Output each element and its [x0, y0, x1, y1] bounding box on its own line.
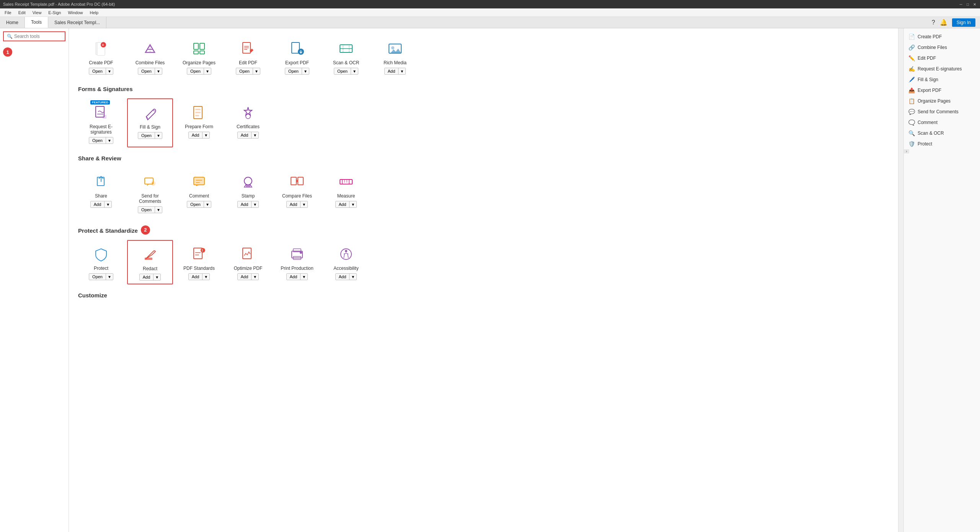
- sidebar-collapse-button[interactable]: ›: [904, 149, 909, 153]
- stamp-arrow[interactable]: ▼: [252, 201, 258, 207]
- pdf-standards-arrow[interactable]: ▼: [203, 274, 209, 280]
- sidebar-item-organize-pages[interactable]: 📋 Organize Pages: [904, 96, 980, 106]
- notifications-icon[interactable]: 🔔: [940, 19, 947, 26]
- tool-optimize-pdf[interactable]: Optimize PDF Add ▼: [225, 240, 271, 284]
- tool-accessibility[interactable]: Accessibility Add ▼: [323, 240, 369, 284]
- sidebar-item-scan-ocr[interactable]: 🔍 Scan & OCR: [904, 128, 980, 139]
- optimize-pdf-arrow[interactable]: ▼: [252, 274, 258, 280]
- fill-sign-icon: [141, 104, 159, 122]
- menu-file[interactable]: File: [2, 10, 15, 16]
- certificates-arrow[interactable]: ▼: [252, 132, 258, 138]
- tool-share[interactable]: Share Add ▼: [78, 168, 124, 217]
- search-input[interactable]: [14, 34, 62, 39]
- share-add[interactable]: Add: [91, 201, 105, 207]
- compare-files-add[interactable]: Add: [287, 201, 301, 207]
- tool-pdf-standards[interactable]: ! PDF Standards Add ▼: [176, 240, 222, 284]
- tool-compare-files[interactable]: Compare Files Add ▼: [274, 168, 320, 217]
- rich-media-add[interactable]: Add: [385, 68, 399, 74]
- protect-open[interactable]: Open: [89, 274, 106, 280]
- search-box[interactable]: 🔍: [3, 31, 65, 41]
- print-production-arrow[interactable]: ▼: [301, 274, 307, 280]
- compare-files-arrow[interactable]: ▼: [301, 201, 307, 207]
- sidebar-item-create-pdf[interactable]: 📄 Create PDF: [904, 31, 980, 42]
- menu-help[interactable]: Help: [87, 10, 102, 16]
- edit-pdf-open[interactable]: Open: [236, 68, 253, 74]
- protect-arrow[interactable]: ▼: [106, 274, 113, 280]
- prepare-form-add[interactable]: Add: [189, 132, 203, 138]
- redact-add[interactable]: Add: [140, 274, 154, 280]
- accessibility-add[interactable]: Add: [336, 274, 350, 280]
- tool-fill-sign[interactable]: Fill & Sign Open ▼: [127, 98, 173, 147]
- send-comments-open[interactable]: Open: [138, 207, 155, 213]
- combine-files-open[interactable]: Open: [138, 68, 155, 74]
- accessibility-arrow[interactable]: ▼: [350, 274, 356, 280]
- tool-measure[interactable]: Measure Add ▼: [323, 168, 369, 217]
- help-icon[interactable]: ?: [932, 19, 935, 26]
- tool-stamp[interactable]: Stamp Add ▼: [225, 168, 271, 217]
- create-pdf-arrow[interactable]: ▼: [106, 68, 113, 74]
- tool-print-production[interactable]: Print Production Add ▼: [274, 240, 320, 284]
- sidebar-item-comment[interactable]: 🗨️ Comment: [904, 117, 980, 128]
- share-arrow[interactable]: ▼: [105, 201, 111, 207]
- close-button[interactable]: ✕: [972, 2, 977, 7]
- stamp-add[interactable]: Add: [238, 201, 252, 207]
- rich-media-arrow[interactable]: ▼: [399, 68, 405, 74]
- comment-open[interactable]: Open: [187, 201, 204, 207]
- menu-view[interactable]: View: [29, 10, 45, 16]
- sidebar-item-combine-files[interactable]: 🔗 Combine Files: [904, 42, 980, 53]
- scroll-track[interactable]: [898, 28, 903, 532]
- tool-organize-pages[interactable]: Organize Pages Open ▼: [176, 34, 222, 78]
- organize-pages-open[interactable]: Open: [187, 68, 204, 74]
- tool-comment[interactable]: Comment Open ▼: [176, 168, 222, 217]
- sidebar-item-edit-pdf[interactable]: ✏️ Edit PDF: [904, 53, 980, 64]
- sidebar-item-export-pdf[interactable]: 📤 Export PDF: [904, 85, 980, 96]
- fill-sign-arrow[interactable]: ▼: [155, 132, 162, 139]
- sidebar-item-fill-sign[interactable]: 🖊️ Fill & Sign: [904, 74, 980, 85]
- prepare-form-arrow[interactable]: ▼: [203, 132, 209, 138]
- tool-send-comments[interactable]: ! Send for Comments Open ▼: [127, 168, 173, 217]
- tool-certificates[interactable]: Certificates Add ▼: [225, 98, 271, 147]
- fill-sign-open[interactable]: Open: [138, 132, 155, 139]
- redact-arrow[interactable]: ▼: [154, 274, 160, 280]
- tool-redact[interactable]: Redact Add ▼: [127, 240, 173, 284]
- send-comments-arrow[interactable]: ▼: [155, 207, 162, 213]
- tool-scan-ocr[interactable]: Scan & OCR Open ▼: [323, 34, 369, 78]
- certificates-add[interactable]: Add: [238, 132, 252, 138]
- optimize-pdf-add[interactable]: Add: [238, 274, 252, 280]
- tab-tools[interactable]: Tools: [25, 17, 48, 28]
- maximize-button[interactable]: □: [965, 2, 970, 7]
- tab-home[interactable]: Home: [0, 17, 25, 28]
- edit-pdf-arrow[interactable]: ▼: [253, 68, 260, 74]
- tool-export-pdf[interactable]: Export PDF Open ▼: [274, 34, 320, 78]
- comment-arrow[interactable]: ▼: [204, 201, 211, 207]
- request-esig-arrow[interactable]: ▼: [106, 137, 113, 144]
- tool-rich-media[interactable]: Rich Media Add ▼: [372, 34, 418, 78]
- minimize-button[interactable]: ─: [959, 2, 963, 7]
- request-esig-open[interactable]: Open: [89, 137, 106, 144]
- tool-prepare-form[interactable]: Prepare Form Add ▼: [176, 98, 222, 147]
- menu-window[interactable]: Window: [65, 10, 86, 16]
- sidebar-item-send-comments[interactable]: 💬 Send for Comments: [904, 106, 980, 117]
- tool-create-pdf[interactable]: + Create PDF Open ▼: [78, 34, 124, 78]
- scan-ocr-open[interactable]: Open: [334, 68, 351, 74]
- pdf-standards-add[interactable]: Add: [189, 274, 203, 280]
- sidebar-item-request-esig[interactable]: ✍️ Request E-signatures: [904, 64, 980, 74]
- sign-in-button[interactable]: Sign In: [952, 18, 975, 27]
- measure-arrow[interactable]: ▼: [350, 201, 356, 207]
- tool-request-esig[interactable]: FEATURED Request E-signatures Open ▼: [78, 98, 124, 147]
- tool-edit-pdf[interactable]: Edit PDF Open ▼: [225, 34, 271, 78]
- tool-protect[interactable]: Protect Open ▼: [78, 240, 124, 284]
- measure-add[interactable]: Add: [336, 201, 350, 207]
- export-pdf-open[interactable]: Open: [285, 68, 302, 74]
- scan-ocr-arrow[interactable]: ▼: [351, 68, 358, 74]
- organize-pages-arrow[interactable]: ▼: [204, 68, 211, 74]
- menu-edit[interactable]: Edit: [15, 10, 29, 16]
- export-pdf-arrow[interactable]: ▼: [302, 68, 309, 74]
- menu-esign[interactable]: E-Sign: [45, 10, 64, 16]
- tab-document[interactable]: Sales Receipt Templ...: [48, 17, 106, 28]
- combine-files-arrow[interactable]: ▼: [155, 68, 162, 74]
- create-pdf-open[interactable]: Open: [89, 68, 106, 74]
- tool-combine-files[interactable]: Combine Files Open ▼: [127, 34, 173, 78]
- sidebar-item-protect[interactable]: 🛡️ Protect: [904, 139, 980, 149]
- print-production-add[interactable]: Add: [287, 274, 301, 280]
